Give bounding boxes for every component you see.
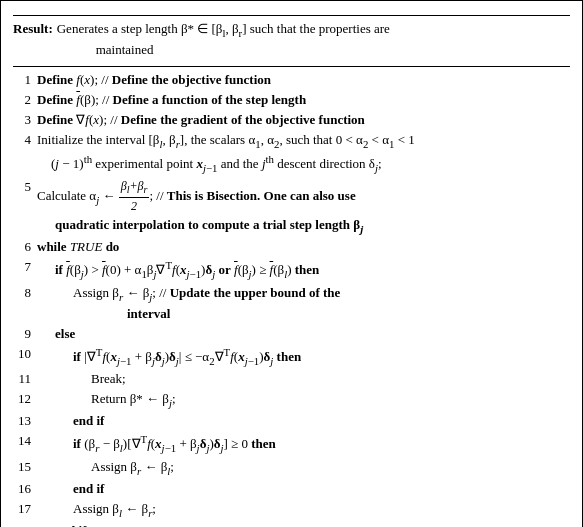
algorithm-box: Result: Generates a step length β* ∈ [βl… [0, 0, 583, 527]
line-11: 11 Break; [13, 370, 570, 389]
line-12: 12 Return β* ← βj; [13, 390, 570, 411]
line-content-8: Assign βr ← βj; // Update the upper boun… [37, 284, 570, 324]
line-5: 5 Calculate αj ← βl+βr 2 ; // This is Bi… [13, 178, 570, 238]
line-num-13: 13 [13, 412, 31, 431]
line-num-11: 11 [13, 370, 31, 389]
line-content-17: Assign βl ← βr; [37, 500, 570, 521]
line-14: 14 if (βr − βl)[∇Tf(xj−1 + βjδj)δj] ≥ 0 … [13, 432, 570, 457]
line-2: 2 Define f(β); // Define a function of t… [13, 91, 570, 110]
line-num-1: 1 [13, 71, 31, 90]
line-content-10: if |∇Tf(xj−1 + βjδj)δj| ≤ −α2∇Tf(xj−1)δj… [37, 345, 570, 370]
line-content-7: if f(βj) > f(0) + α1βj∇Tf(xj−1)δj or f(β… [37, 258, 570, 283]
line-content-11: Break; [37, 370, 570, 389]
line-1: 1 Define f(x); // Define the objective f… [13, 71, 570, 90]
line-16: 16 end if [13, 480, 570, 499]
line-num-15: 15 [13, 458, 31, 477]
line-content-12: Return β* ← βj; [37, 390, 570, 411]
line-content-3: Define ∇f(x); // Define the gradient of … [37, 111, 570, 130]
line-13: 13 end if [13, 412, 570, 431]
line-7: 7 if f(βj) > f(0) + α1βj∇Tf(xj−1)δj or f… [13, 258, 570, 283]
line-8: 8 Assign βr ← βj; // Update the upper bo… [13, 284, 570, 324]
line-num-2: 2 [13, 91, 31, 110]
line-4: 4 Initialize the interval [βl, βr], the … [13, 131, 570, 177]
line-content-6: while TRUE do [37, 238, 570, 257]
line-content-15: Assign βr ← βl; [37, 458, 570, 479]
line-num-17: 17 [13, 500, 31, 519]
line-content-18: end if [37, 522, 570, 527]
line-content-2: Define f(β); // Define a function of the… [37, 91, 570, 110]
result-text: Generates a step length β* ∈ [βl, βr] su… [57, 20, 570, 60]
line-num-8: 8 [13, 284, 31, 303]
line-15: 15 Assign βr ← βl; [13, 458, 570, 479]
line-content-4: Initialize the interval [βl, βr], the sc… [37, 131, 570, 177]
line-num-18: 18 [13, 522, 31, 527]
line-3: 3 Define ∇f(x); // Define the gradient o… [13, 111, 570, 130]
line-num-5: 5 [13, 178, 31, 197]
line-6: 6 while TRUE do [13, 238, 570, 257]
line-content-5: Calculate αj ← βl+βr 2 ; // This is Bise… [37, 178, 570, 238]
line-18: 18 end if [13, 522, 570, 527]
line-num-7: 7 [13, 258, 31, 277]
line-content-14: if (βr − βl)[∇Tf(xj−1 + βjδj)δj] ≥ 0 the… [37, 432, 570, 457]
line-num-6: 6 [13, 238, 31, 257]
line-17: 17 Assign βl ← βr; [13, 500, 570, 521]
line-num-10: 10 [13, 345, 31, 364]
result-label: Result: [13, 20, 53, 60]
line-num-3: 3 [13, 111, 31, 130]
line-content-1: Define f(x); // Define the objective fun… [37, 71, 570, 90]
line-num-14: 14 [13, 432, 31, 451]
line-content-9: else [37, 325, 570, 344]
line-num-9: 9 [13, 325, 31, 344]
result-block: Result: Generates a step length β* ∈ [βl… [13, 20, 570, 60]
line-content-13: end if [37, 412, 570, 431]
line-num-16: 16 [13, 480, 31, 499]
line-9: 9 else [13, 325, 570, 344]
lines-container: 1 Define f(x); // Define the objective f… [13, 71, 570, 527]
line-num-12: 12 [13, 390, 31, 409]
line-10: 10 if |∇Tf(xj−1 + βjδj)δj| ≤ −α2∇Tf(xj−1… [13, 345, 570, 370]
line-num-4: 4 [13, 131, 31, 150]
line-content-16: end if [37, 480, 570, 499]
